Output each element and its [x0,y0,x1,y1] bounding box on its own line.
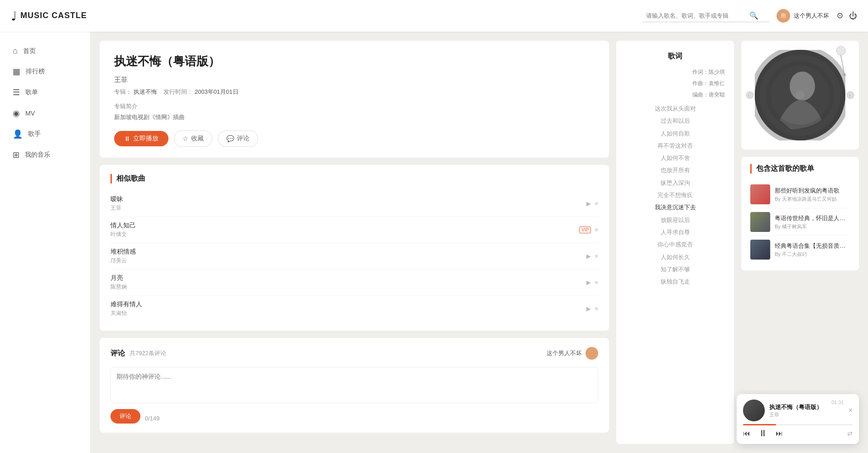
mini-controls: ⏮ ⏸ ⏭ ⇄ [743,428,853,439]
playlist-item[interactable]: 经典粤语合集【无损音质】黑胶唱片... By 不二大叔叼 [750,236,850,263]
similar-song-actions: ▶ ≡ [586,200,598,207]
lyrics-line: 完全不想悔疚 [625,189,725,201]
svg-point-4 [796,91,805,100]
svg-line-6 [841,55,844,75]
lyrics-line: 这次我从头面对 [625,102,725,115]
lyrics-line: 放眼迎以后 [625,214,725,226]
similar-song-artist: 关淑怡 [110,309,586,317]
playlist-by: By 不二大叔叼 [775,251,850,258]
sidebar-item-charts[interactable]: ▦ 排行榜 [0,61,90,82]
list-row-icon[interactable]: ≡ [595,200,598,207]
play-row-icon[interactable]: ▶ [586,279,591,286]
header-right: 🔍 用 这个男人不坏 ⚙ ⏻ [643,9,857,23]
sidebar-item-label: 首页 [23,47,36,55]
playlist-name: 经典粤语合集【无损音质】黑胶唱片... [775,242,850,250]
submit-comment-button[interactable]: 评论 [110,409,140,424]
lyrics-line: 也放开所有 [625,164,725,176]
playlists-card: 包含这首歌的歌单 那些好听到发疯的粤语歌 By 天寒地凉路遥马亡又何妨 粤语 [741,157,859,270]
mv-icon: ◉ [13,108,20,118]
mini-song-info: 执迷不悔（粤语版） 王菲 [769,403,827,418]
mini-player-close-button[interactable]: × [849,406,853,414]
lyrics-line: 过去和以后 [625,115,725,127]
mini-song-title: 执迷不悔（粤语版） [769,403,827,411]
play-row-icon[interactable]: ▶ [586,253,591,260]
sidebar-item-label: MV [25,110,35,117]
sidebar: ⌂ 首页 ▦ 排行榜 ☰ 歌单 ◉ MV 👤 歌手 ⊞ 我的音乐 [0,32,91,453]
list-row-icon[interactable]: ≡ [595,226,598,233]
sidebar-item-mv[interactable]: ◉ MV [0,103,90,124]
comment-section: 评论 共7922条评论 这个男人不坏 评论 0/149 [100,338,609,433]
mini-thumb [743,400,765,421]
similar-song-name: 难得有情人 [110,300,586,308]
lyrics-panel: 歌词 作词：陈少琪 作曲：袁惟仁 编曲：唐突聪 这次我从头面对 过去和以后 人如… [616,41,734,444]
mini-current-time: 01:31 [831,400,844,405]
play-row-icon[interactable]: ▶ [586,305,591,312]
release-label: 发行时间： [163,88,193,95]
sidebar-item-mymusic[interactable]: ⊞ 我的音乐 [0,145,90,165]
lyrics-meta-composer: 作词：陈少琪 [625,68,725,76]
sidebar-item-artists[interactable]: 👤 歌手 [0,124,90,145]
play-button[interactable]: ⏸ 立即播放 [114,131,168,146]
playlist-item[interactable]: 那些好听到发疯的粤语歌 By 天寒地凉路遥马亡又何妨 [750,181,850,208]
svg-text:›: › [849,93,850,98]
mini-next-button[interactable]: ⏭ [776,429,783,438]
comment-user-avatar [585,347,598,360]
logo: ♩ MUSIC CASTLE [11,9,87,24]
playlist-info: 那些好听到发疯的粤语歌 By 天寒地凉路遥马亡又何妨 [775,187,850,202]
play-icon: ⏸ [124,135,130,142]
similar-song-row: 堆积情感 邝美云 ▶ ≡ [110,243,598,270]
comment-title-area: 评论 共7922条评论 [110,349,166,358]
sidebar-item-home[interactable]: ⌂ 首页 [0,41,90,61]
mini-shuffle-button[interactable]: ⇄ [847,430,853,437]
album-intro-text: 新加坡电视剧《情网》插曲 [114,113,595,121]
comment-count: 共7922条评论 [129,349,166,357]
mini-progress-bar[interactable] [743,424,853,425]
list-row-icon[interactable]: ≡ [595,305,598,312]
similar-song-actions: ▶ ≡ [586,253,598,260]
svg-text:‹: ‹ [748,93,749,98]
comment-submit-row: 评论 0/149 [110,409,598,424]
svg-point-8 [746,92,753,99]
vinyl-card: ‹ › [741,41,859,149]
sidebar-item-label: 我的音乐 [25,151,50,159]
similar-song-actions: ▶ ≡ [586,279,598,286]
similar-song-name: 情人知己 [110,222,579,230]
action-buttons: ⏸ 立即播放 ☆ 收藏 💬 评论 [114,130,595,147]
avatar: 用 [777,9,790,23]
similar-song-info: 堆积情感 邝美云 [110,248,586,265]
settings-icon[interactable]: ⚙ [836,11,844,21]
star-icon: ☆ [182,135,188,142]
comment-user-area[interactable]: 这个男人不坏 [547,347,598,360]
comment-button[interactable]: 💬 评论 [218,130,258,147]
logo-icon: ♩ [11,9,17,24]
list-row-icon[interactable]: ≡ [595,279,598,286]
search-input[interactable] [646,12,746,19]
sidebar-item-playlist[interactable]: ☰ 歌单 [0,82,90,103]
similar-song-row: 情人知己 叶倩文 VIP ≡ [110,217,598,243]
user-area[interactable]: 用 这个男人不坏 [777,9,829,23]
collect-button[interactable]: ☆ 收藏 [174,130,212,147]
song-info-card: 执迷不悔（粤语版） 王菲 专辑： 执迷不悔 发行时间： 2003年01月01日 … [100,41,609,158]
similar-song-info: 难得有情人 关淑怡 [110,300,586,317]
comment-textarea[interactable] [110,367,598,403]
header-icons: ⚙ ⏻ [836,11,857,21]
search-icon[interactable]: 🔍 [749,11,758,20]
play-row-icon[interactable]: ▶ [586,200,591,207]
sidebar-item-label: 歌单 [25,88,38,96]
logout-icon[interactable]: ⏻ [849,11,857,21]
playlist-name: 那些好听到发疯的粤语歌 [775,187,850,195]
mini-prev-button[interactable]: ⏮ [743,429,750,438]
search-bar[interactable]: 🔍 [643,10,769,22]
similar-song-artist: 陈慧娴 [110,283,586,291]
similar-song-row: 难得有情人 关淑怡 ▶ ≡ [110,296,598,322]
list-row-icon[interactable]: ≡ [595,253,598,260]
lyrics-line-active: 我决意沉迷下去 [625,201,725,213]
album-value: 执迷不悔 [134,88,157,95]
playlist-thumb [750,184,770,204]
mini-pause-button[interactable]: ⏸ [758,428,767,439]
playlist-item[interactable]: 粤语传世经典，怀旧是人的本能 By 橘子树风车 [750,208,850,236]
comment-pagination: 0/149 [145,415,160,422]
lyrics-title: 歌词 [625,52,725,61]
comment-icon: 💬 [226,135,234,142]
lyrics-line: 纵独自飞走 [625,275,725,288]
